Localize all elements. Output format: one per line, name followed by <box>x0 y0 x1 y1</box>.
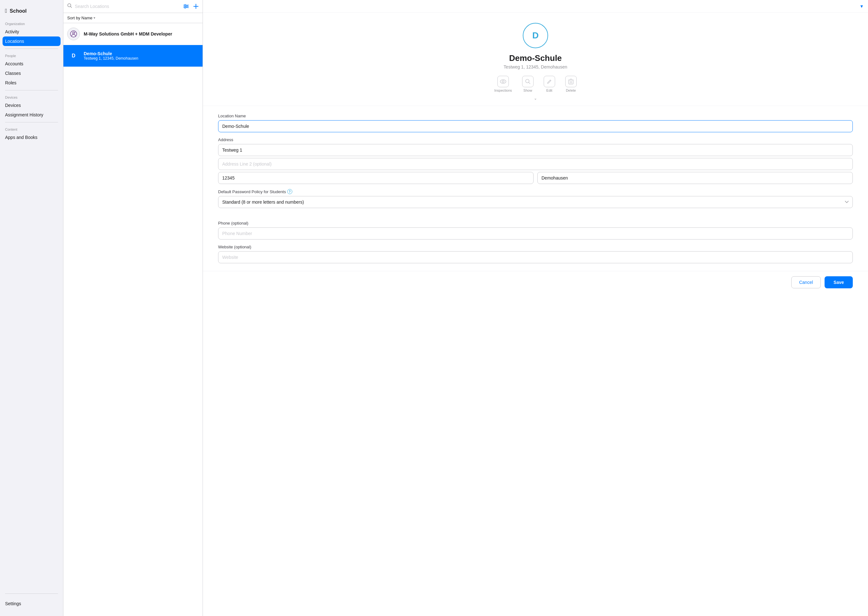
location-address: Testweg 1, 12345, Demohausen <box>84 56 138 61</box>
sidebar-item-accounts[interactable]: Accounts <box>0 59 63 69</box>
sidebar-bottom: Settings <box>0 596 63 611</box>
sidebar-item-activity[interactable]: Activity <box>0 27 63 36</box>
address-row <box>218 172 853 184</box>
svg-point-12 <box>500 80 506 83</box>
divider-3 <box>5 122 58 123</box>
filter-button[interactable] <box>183 4 189 9</box>
address-input[interactable] <box>218 144 853 156</box>
action-label-inspections: Inspections <box>494 88 512 92</box>
sidebar-item-roles[interactable]: Roles <box>0 78 63 88</box>
sort-chevron-icon: ▾ <box>94 16 96 20</box>
detail-form: Location Name Address Default Password P… <box>203 106 868 271</box>
svg-point-5 <box>185 5 186 6</box>
show-icon <box>522 76 534 87</box>
hero-avatar: D <box>523 23 548 48</box>
cancel-button[interactable]: Cancel <box>791 276 821 288</box>
inspections-icon <box>497 76 509 87</box>
sidebar-item-locations[interactable]: Locations <box>3 36 61 46</box>
form-group-address: Address <box>218 137 853 184</box>
hero-title: Demo-Schule <box>509 53 562 63</box>
location-info: Demo-Schule Testweg 1, 12345, Demohausen <box>84 51 138 61</box>
sort-bar[interactable]: Sort by Name ▾ <box>63 13 202 23</box>
action-label-delete: Delete <box>566 88 576 92</box>
address-label: Address <box>218 137 853 142</box>
locations-panel: Sort by Name ▾ M-Way Solutions GmbH + MD… <box>63 0 203 616</box>
section-label-people: People <box>0 51 63 59</box>
phone-label: Phone (optional) <box>218 221 853 226</box>
section-label-organization: Organization <box>0 19 63 27</box>
sidebar-item-devices[interactable]: Devices <box>0 101 63 110</box>
divider-1 <box>5 49 58 49</box>
help-icon[interactable]: ? <box>287 189 292 194</box>
svg-line-15 <box>528 82 530 84</box>
location-name: Demo-Schule <box>84 51 138 56</box>
location-list: M-Way Solutions GmbH + MDM Developer D D… <box>63 23 202 616</box>
list-item[interactable]: D Demo-Schule Testweg 1, 12345, Demohaus… <box>63 45 202 67</box>
hero-subtitle: Testweg 1, 12345, Demohausen <box>504 64 567 69</box>
hero-expand-icon[interactable]: ⌄ <box>534 96 537 101</box>
sidebar:  School Organization Activity Locations… <box>0 0 63 616</box>
action-label-edit: Edit <box>546 88 552 92</box>
form-group-password-policy: Default Password Policy for Students ? S… <box>218 189 853 208</box>
edit-icon <box>544 76 555 87</box>
search-bar <box>63 0 202 13</box>
svg-point-7 <box>185 7 186 8</box>
search-actions <box>183 3 199 9</box>
app-title:  School <box>0 5 63 19</box>
detail-header: ▾ <box>203 0 868 13</box>
svg-rect-16 <box>569 80 573 84</box>
section-label-content: Content <box>0 125 63 133</box>
app-title-text: School <box>10 8 27 14</box>
phone-input[interactable] <box>218 228 853 239</box>
search-icon <box>67 3 72 9</box>
divider-2 <box>5 90 58 90</box>
svg-point-11 <box>73 32 75 34</box>
password-policy-label: Default Password Policy for Students ? <box>218 189 853 194</box>
sidebar-item-assignment-history[interactable]: Assignment History <box>0 110 63 119</box>
avatar <box>67 28 80 40</box>
action-label-show: Show <box>523 88 532 92</box>
avatar: D <box>67 49 80 62</box>
form-group-phone: Phone (optional) <box>218 221 853 239</box>
website-label: Website (optional) <box>218 245 853 249</box>
form-actions: Cancel Save <box>203 271 868 296</box>
delete-icon <box>565 76 577 87</box>
address-line2-input[interactable] <box>218 158 853 170</box>
svg-point-13 <box>502 80 504 82</box>
svg-line-1 <box>71 7 72 8</box>
detail-hero: D Demo-Schule Testweg 1, 12345, Demohaus… <box>203 13 868 106</box>
detail-dropdown-icon[interactable]: ▾ <box>860 3 863 9</box>
website-input[interactable] <box>218 251 853 263</box>
zip-input[interactable] <box>218 172 534 184</box>
form-group-website: Website (optional) <box>218 245 853 263</box>
form-group-location-name: Location Name <box>218 113 853 132</box>
apple-icon:  <box>5 8 7 14</box>
add-location-button[interactable] <box>193 3 199 9</box>
section-label-devices: Devices <box>0 93 63 101</box>
search-input[interactable] <box>75 4 180 9</box>
city-input[interactable] <box>537 172 853 184</box>
location-name-input[interactable] <box>218 120 853 132</box>
action-show[interactable]: Show <box>522 76 534 92</box>
list-item[interactable]: M-Way Solutions GmbH + MDM Developer <box>63 23 202 45</box>
save-button[interactable]: Save <box>824 276 853 288</box>
svg-point-6 <box>186 6 188 7</box>
location-name: M-Way Solutions GmbH + MDM Developer <box>84 31 172 36</box>
detail-panel: ▾ D Demo-Schule Testweg 1, 12345, Demoha… <box>203 0 868 616</box>
password-policy-select[interactable]: Standard (8 or more letters and numbers)… <box>218 196 853 208</box>
action-inspections[interactable]: Inspections <box>494 76 512 92</box>
action-delete[interactable]: Delete <box>565 76 577 92</box>
sort-label: Sort by Name <box>67 16 92 20</box>
sidebar-item-settings[interactable]: Settings <box>5 599 58 608</box>
sidebar-item-apps-books[interactable]: Apps and Books <box>0 133 63 142</box>
hero-actions: Inspections Show Edit <box>494 76 577 92</box>
sidebar-item-classes[interactable]: Classes <box>0 69 63 78</box>
action-edit[interactable]: Edit <box>544 76 555 92</box>
location-info: M-Way Solutions GmbH + MDM Developer <box>84 31 172 36</box>
location-name-label: Location Name <box>218 113 853 118</box>
